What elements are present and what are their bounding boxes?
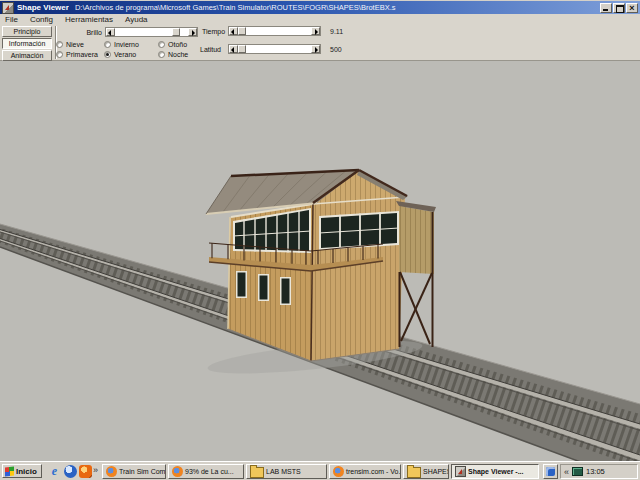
radio-dot	[158, 51, 165, 58]
window-title-app: Shape Viewer	[17, 3, 69, 12]
latitude-scrollbar[interactable]	[228, 44, 321, 54]
task-download-progress[interactable]: 93% de La cu...	[168, 464, 244, 479]
animacion-button[interactable]: Animación	[2, 50, 52, 61]
brightness-thumb[interactable]	[172, 28, 180, 36]
time-thumb[interactable]	[238, 27, 246, 35]
task-shape-viewer[interactable]: Shape Viewer -...	[451, 464, 539, 479]
radio-invierno[interactable]: Invierno	[104, 40, 139, 49]
restore-icon	[616, 5, 624, 13]
title-bar: Shape Viewer D:\Archivos de programa\Mic…	[0, 0, 640, 14]
radio-dot	[158, 41, 165, 48]
latitude-label: Latitud	[200, 46, 221, 53]
network-icon[interactable]	[572, 467, 583, 476]
scroll-left-arrow-icon[interactable]	[106, 28, 115, 36]
radio-verano[interactable]: Verano	[104, 50, 136, 59]
latitude-value: 500	[330, 46, 342, 53]
scroll-left-arrow-icon[interactable]	[229, 45, 238, 53]
brightness-label: Brillo	[70, 29, 102, 36]
app-icon	[2, 2, 14, 14]
menu-config[interactable]: Config	[24, 14, 59, 25]
brightness-scrollbar[interactable]	[105, 27, 198, 37]
radio-nieve[interactable]: Nieve	[56, 40, 84, 49]
menu-ayuda[interactable]: Ayuda	[119, 14, 154, 25]
start-button[interactable]: Inicio	[2, 464, 42, 478]
close-icon: ×	[627, 3, 637, 13]
radio-dot	[56, 41, 63, 48]
clock[interactable]: 13:05	[586, 467, 605, 476]
scroll-right-arrow-icon[interactable]	[311, 45, 320, 53]
shape-viewer-window: Shape Viewer D:\Archivos de programa\Mic…	[0, 0, 640, 480]
firefox-icon	[106, 466, 117, 477]
menu-bar: File Config Herramientas Ayuda	[0, 14, 640, 25]
menu-file[interactable]: File	[0, 14, 24, 25]
taskbar: Inicio » Train Sim Com Fl.. 93% de La cu…	[0, 461, 640, 480]
window-title-path: D:\Archivos de programa\Microsoft Games\…	[75, 3, 396, 12]
task-train-sim-com[interactable]: Train Sim Com Fl..	[102, 464, 166, 479]
principio-button[interactable]: Principio	[2, 26, 52, 37]
windows-flag-icon	[5, 466, 14, 476]
internet-explorer-icon[interactable]	[48, 465, 61, 478]
upper-windows-right	[319, 211, 399, 250]
radio-noche[interactable]: Noche	[158, 50, 188, 59]
messenger-button[interactable]	[543, 464, 558, 479]
shape-viewer-icon	[455, 466, 466, 477]
time-scrollbar[interactable]	[228, 26, 321, 36]
folder-icon	[250, 467, 264, 478]
radio-otono[interactable]: Otoño	[158, 40, 187, 49]
task-trensim[interactable]: trensim.com - Vo...	[329, 464, 401, 479]
task-shapes-folder[interactable]: SHAPES	[403, 464, 449, 479]
scene-3d	[0, 61, 640, 461]
winamp-icon[interactable]	[79, 465, 92, 478]
menu-herramientas[interactable]: Herramientas	[59, 14, 119, 25]
radio-primavera[interactable]: Primavera	[56, 50, 98, 59]
radio-dot	[56, 51, 63, 58]
minimize-button[interactable]	[600, 3, 612, 13]
scroll-right-arrow-icon[interactable]	[311, 27, 320, 35]
toolbar: Principio Información Animación Brillo N…	[0, 25, 640, 61]
time-label: Tiempo	[202, 28, 225, 35]
quicklaunch-overflow-chevron[interactable]: »	[93, 465, 98, 475]
close-button[interactable]: ×	[626, 3, 638, 13]
scroll-right-arrow-icon[interactable]	[188, 28, 197, 36]
mail-icon[interactable]	[64, 465, 77, 478]
restore-button[interactable]	[613, 3, 625, 13]
minimize-icon	[603, 9, 608, 11]
system-tray: « 13:05	[560, 464, 638, 479]
radio-dot	[104, 41, 111, 48]
informacion-button[interactable]: Información	[2, 38, 52, 49]
latitude-thumb[interactable]	[238, 45, 246, 53]
folder-icon	[407, 467, 421, 478]
scroll-left-arrow-icon[interactable]	[229, 27, 238, 35]
firefox-icon	[172, 466, 183, 477]
radio-dot	[104, 51, 111, 58]
task-lab-msts-folder[interactable]: LAB MSTS	[246, 464, 327, 479]
viewport-3d[interactable]	[0, 61, 640, 461]
time-value: 9.11	[330, 28, 343, 35]
firefox-icon	[333, 466, 344, 477]
tray-chevron[interactable]: «	[564, 467, 569, 477]
